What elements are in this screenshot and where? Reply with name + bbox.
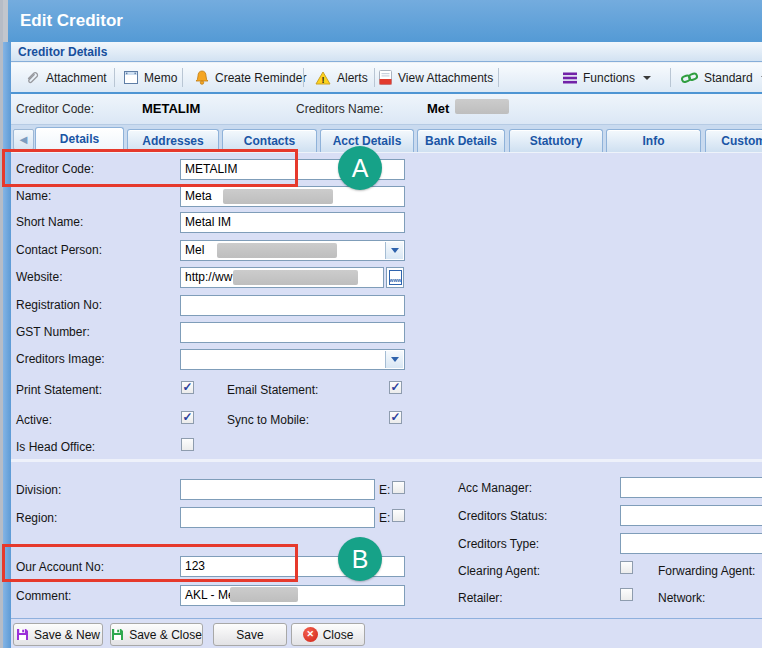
redacted-text <box>455 99 509 114</box>
toolbar-separator <box>114 68 115 87</box>
gst-number-input[interactable] <box>180 322 405 343</box>
edit-creditor-dialog: Edit Creditor Creditor Details Attachmen… <box>0 0 762 648</box>
creditors-status-label: Creditors Status: <box>458 509 547 523</box>
division-label: Division: <box>16 483 61 497</box>
contact-person-label: Contact Person: <box>16 243 102 257</box>
region-e-label: E: <box>379 511 390 525</box>
toolbar-separator <box>303 68 304 87</box>
highlight-rectangle-a <box>2 149 298 187</box>
dropdown-button[interactable] <box>385 242 403 259</box>
sync-to-mobile-label: Sync to Mobile: <box>227 413 309 427</box>
chain-link-icon <box>681 71 698 85</box>
record-code-value: METALIM <box>142 101 200 116</box>
is-head-office-checkbox[interactable] <box>181 438 194 451</box>
chevron-down-icon <box>391 357 399 362</box>
document-icon <box>379 70 392 85</box>
attachment-button[interactable]: Attachment <box>21 63 111 92</box>
clearing-agent-label: Clearing Agent: <box>458 564 540 578</box>
functions-menu-button[interactable]: Functions <box>559 63 655 92</box>
gst-number-label: GST Number: <box>16 325 90 339</box>
bell-icon <box>195 70 209 85</box>
www-page-icon: www <box>389 270 402 285</box>
region-label: Region: <box>16 511 57 525</box>
record-header: Creditor Code: METALIM Creditors Name: M… <box>11 94 762 125</box>
comment-label: Comment: <box>16 589 71 603</box>
save-button[interactable]: Save <box>213 623 287 646</box>
creditors-type-label: Creditors Type: <box>458 537 539 551</box>
network-label: Network: <box>658 591 705 605</box>
clearing-agent-checkbox[interactable] <box>620 561 633 574</box>
short-name-input[interactable]: Metal IM <box>180 212 405 233</box>
chevron-down-icon <box>643 76 651 80</box>
acc-manager-input[interactable] <box>620 477 762 498</box>
creditors-type-input[interactable] <box>620 533 762 554</box>
record-name-label: Creditors Name: <box>296 102 383 116</box>
menu-lines-icon <box>563 72 577 84</box>
warning-triangle-icon: ! <box>315 71 331 85</box>
division-e-checkbox[interactable] <box>392 481 405 494</box>
print-statement-label: Print Statement: <box>16 383 102 397</box>
redacted-text <box>233 270 358 285</box>
region-combobox[interactable] <box>180 507 375 528</box>
create-reminder-button[interactable]: Create Reminder <box>191 63 310 92</box>
redacted-text <box>217 243 337 258</box>
save-and-new-button[interactable]: Save & New <box>13 623 103 646</box>
record-name-value: Met <box>427 101 449 116</box>
annotation-badge-b: B <box>338 537 382 581</box>
save-icon-purple <box>16 628 29 641</box>
tab-strip: ◄ Details Addresses Contacts Acct Detail… <box>11 125 762 152</box>
close-button[interactable]: ✕ Close <box>291 623 365 646</box>
email-statement-label: Email Statement: <box>227 383 318 397</box>
short-name-label: Short Name: <box>16 215 83 229</box>
svg-text:!: ! <box>322 74 325 84</box>
toolbar: Attachment Memo Create Reminder ! Alerts… <box>11 63 762 94</box>
dropdown-button[interactable] <box>385 351 403 368</box>
sync-to-mobile-checkbox[interactable] <box>389 411 402 424</box>
tab-custom-fields[interactable]: Custom F <box>705 129 762 152</box>
toolbar-separator <box>670 68 671 87</box>
print-statement-checkbox[interactable] <box>181 381 194 394</box>
open-website-button[interactable]: www <box>386 267 404 288</box>
creditor-details-header: Creditor Details <box>11 42 762 62</box>
view-attachments-button[interactable]: View Attachments <box>375 63 497 92</box>
record-code-label: Creditor Code: <box>16 102 94 116</box>
forwarding-agent-label: Forwarding Agent: <box>658 564 755 578</box>
creditors-image-label: Creditors Image: <box>16 352 105 366</box>
memo-button[interactable]: Memo <box>120 63 181 92</box>
standard-menu-button[interactable]: Standard <box>677 63 762 92</box>
highlight-rectangle-b <box>2 544 298 582</box>
registration-no-label: Registration No: <box>16 298 102 312</box>
close-icon: ✕ <box>303 627 318 642</box>
save-and-close-button[interactable]: Save & Close <box>110 623 203 646</box>
redacted-text <box>223 189 333 204</box>
tab-scroll-left-button[interactable]: ◄ <box>13 129 34 150</box>
chevron-down-icon <box>391 248 399 253</box>
alerts-button[interactable]: ! Alerts <box>311 63 372 92</box>
toolbar-separator <box>182 68 183 87</box>
division-combobox[interactable] <box>180 479 375 500</box>
is-head-office-label: Is Head Office: <box>16 440 95 454</box>
dialog-title: Edit Creditor <box>8 0 762 42</box>
active-checkbox[interactable] <box>181 411 194 424</box>
retailer-checkbox[interactable] <box>620 588 633 601</box>
tab-info[interactable]: Info <box>606 129 701 152</box>
retailer-label: Retailer: <box>458 591 503 605</box>
creditors-image-combobox[interactable] <box>180 349 405 370</box>
tab-statutory[interactable]: Statutory <box>509 129 603 152</box>
section-divider <box>11 459 762 462</box>
website-label: Website: <box>16 270 62 284</box>
name-label: Name: <box>16 189 51 203</box>
toolbar-separator <box>498 68 499 87</box>
paperclip-icon <box>25 70 40 85</box>
redacted-text <box>230 587 298 602</box>
creditors-status-input[interactable] <box>620 505 762 526</box>
memo-icon <box>124 71 138 84</box>
email-statement-checkbox[interactable] <box>389 381 402 394</box>
acc-manager-label: Acc Manager: <box>458 481 532 495</box>
division-e-label: E: <box>379 483 390 497</box>
region-e-checkbox[interactable] <box>392 509 405 522</box>
tab-bank-details[interactable]: Bank Details <box>417 129 505 152</box>
active-label: Active: <box>16 413 52 427</box>
save-icon-green <box>111 628 124 641</box>
registration-no-input[interactable] <box>180 295 405 316</box>
